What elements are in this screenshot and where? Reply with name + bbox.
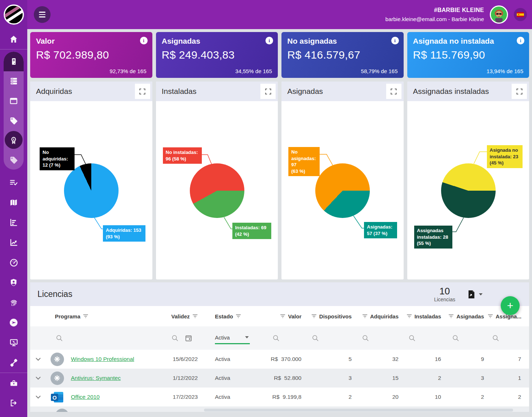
home-icon [9,35,18,44]
count-number: 10 [434,286,455,297]
search-icon[interactable] [408,334,416,342]
search-icon[interactable] [452,334,460,342]
sidebar-item-dashboard[interactable] [0,253,27,273]
asignadas-cell: 2 [445,394,488,400]
row-expand-chevron-icon[interactable] [36,377,41,380]
filter-row: Activa [30,326,529,350]
validez-cell: 15/6/2022 [171,356,215,362]
column-header-instaladas[interactable]: Instaladas [402,313,445,319]
sidebar-item-analytics[interactable] [0,233,27,253]
program-link[interactable]: Office 2010 [71,394,100,400]
sidebar-item-admin[interactable] [0,273,27,293]
valor-cell: R$ 52.800 [252,375,305,381]
search-icon[interactable] [56,334,63,342]
sidebar-item-reports[interactable] [0,213,27,233]
column-header-valor[interactable]: Valor [252,313,305,319]
kpi-title: Valor [36,37,147,45]
info-icon[interactable]: i [140,37,148,44]
column-header-adquiridas[interactable]: Adquiridas [355,313,402,319]
export-file-icon [468,290,475,299]
window-icon [9,96,18,106]
kpi-row: Valor R$ 702.989,80 92,73% de 165 i Asig… [30,32,529,78]
sidebar-item-software[interactable] [4,91,24,111]
computer-tower-icon [9,57,18,66]
add-license-button[interactable]: + [501,296,520,315]
sidebar-item-home[interactable] [0,29,27,49]
search-icon[interactable] [492,334,500,342]
search-icon[interactable] [171,334,179,342]
instaladas-cell: 10 [402,394,445,400]
sidebar-item-servers[interactable] [4,71,24,91]
pie-label-no-instaladas: No instaladas: 96 (58 %) [163,147,202,164]
record-count: 10 Licencias [434,286,455,303]
column-header-validez[interactable]: Validez [171,313,215,319]
column-header-dispositivos[interactable]: Dispositivos [305,313,355,319]
info-icon[interactable]: i [517,37,524,44]
sidebar-item-logout[interactable] [0,393,27,413]
expand-icon[interactable] [135,84,150,99]
spain-flag-icon [517,12,524,17]
main-content: Valor R$ 702.989,80 92,73% de 165 i Asig… [27,29,532,417]
pie-chart-asignadas[interactable] [315,163,370,218]
calendar-icon[interactable] [185,334,192,342]
logo-icon [3,4,24,25]
search-icon[interactable] [272,334,280,342]
info-icon[interactable]: i [265,37,273,44]
search-icon[interactable] [362,334,369,342]
sidebar-item-tags-alt[interactable] [4,150,24,170]
sidebar-item-tasks[interactable] [0,172,27,192]
shield-user-icon [9,278,18,287]
row-expand-chevron-icon[interactable] [36,396,41,399]
hamburger-menu-button[interactable] [34,6,51,23]
expand-icon[interactable] [386,84,401,99]
sidebar-item-devices[interactable] [4,52,24,71]
gear-icon [51,372,64,385]
pie-chart-instaladas[interactable] [190,163,244,218]
kpi-title: Asignadas [162,37,272,45]
pie-label-no-adquiridas: No adquiridas: 12 (7 %) [40,147,75,170]
search-icon[interactable] [312,334,319,342]
pie-chart-assignadas-instaladas[interactable] [441,163,496,218]
table-row: O Office 2010 17/2/2023 Activa R$ 9.199,… [30,388,529,406]
line-chart-icon [9,238,18,247]
sidebar-item-biometrics[interactable] [0,293,27,313]
sidebar-item-map[interactable] [0,192,27,213]
valor-cell: R$ 9.199,8 [252,394,305,400]
logout-icon [9,398,18,408]
licencias-header: Licencias 10 Licencias + [30,282,529,306]
filter-icon [236,314,241,318]
gear-icon [55,409,69,412]
chart-title: Adquiridas [36,87,135,96]
sidebar-item-licenses[interactable] [4,130,24,150]
program-link[interactable]: Windows 10 Professional [71,356,134,362]
expand-icon[interactable] [512,84,527,99]
sidebar-group-assets [4,52,24,170]
sidebar-item-peripherals[interactable] [0,353,27,373]
row-expand-chevron-icon[interactable] [36,358,41,361]
sidebar-item-toolbox[interactable] [0,373,27,393]
chart-card-adquiridas: Adquiridas No adquiridas: 12 (7 %) Adqui… [30,82,152,279]
program-link[interactable]: Antivirus: Symantec [71,375,121,381]
estado-filter-select[interactable]: Activa [215,332,249,344]
section-title: Licencias [37,289,72,299]
export-button[interactable] [468,290,483,299]
app-logo[interactable] [0,0,27,29]
info-icon[interactable]: i [391,37,399,44]
dispositivos-cell: 3 [305,375,355,381]
column-header-asignadas[interactable]: Asignadas [445,313,488,319]
avatar[interactable] [490,5,508,24]
chart-title: Instaladas [162,87,261,96]
column-header-estado[interactable]: Estado [215,313,252,319]
table-header-row: Programa Validez Estado Valor [30,306,529,326]
horizontal-scrollbar[interactable] [204,409,513,412]
expand-icon[interactable] [260,84,276,99]
column-header-programa[interactable]: Programa [46,313,171,319]
sidebar-item-remote-desktop[interactable] [0,333,27,353]
kpi-card-asignadas: Asignadas R$ 249.403,83 34,55% de 165 i [156,32,278,78]
sidebar-item-send[interactable] [0,313,27,333]
sidebar-item-tags[interactable] [4,111,24,130]
language-selector[interactable] [514,8,527,21]
gear-icon [51,353,64,366]
pie-chart-adquiridas[interactable] [64,163,119,218]
chart-row: Adquiridas No adquiridas: 12 (7 %) Adqui… [30,82,529,279]
